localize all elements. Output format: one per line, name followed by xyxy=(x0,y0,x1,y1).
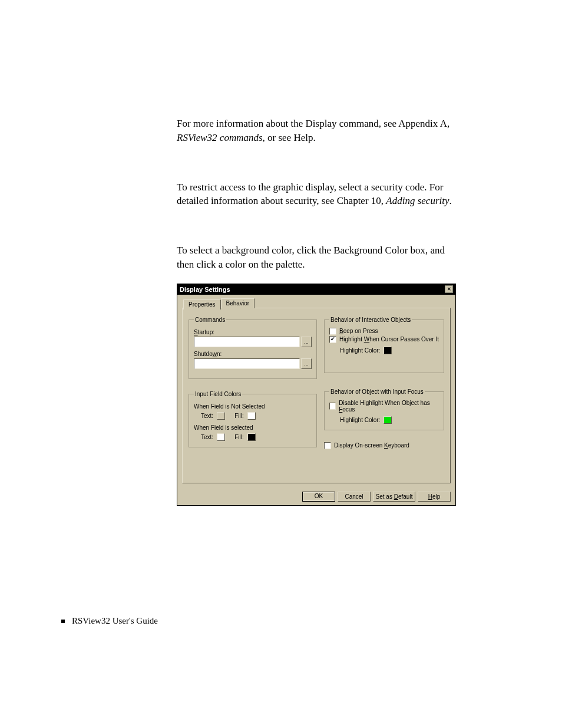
ns-fill-swatch[interactable] xyxy=(247,412,256,420)
ok-button[interactable]: OK xyxy=(302,492,335,502)
page-footer: RSView32 User's Guide xyxy=(61,616,158,626)
selected-label: When Field is selected xyxy=(194,424,312,431)
focus-highlight-swatch[interactable] xyxy=(384,416,392,424)
tab-behavior[interactable]: Behavior xyxy=(221,298,254,308)
highlight-hover-checkbox[interactable]: ✔ xyxy=(329,336,336,343)
highlight-hover-label: Highlight When Cursor Passes Over It xyxy=(339,336,439,342)
input-field-colors-group: Input Field Colors When Field is Not Sel… xyxy=(189,391,317,447)
fill-label-2: Fill: xyxy=(234,434,244,440)
input-colors-legend: Input Field Colors xyxy=(194,391,242,397)
beep-label: Beep on Press xyxy=(339,328,378,334)
text-label-2: Text: xyxy=(201,434,213,440)
disable-highlight-label: Disable Highlight When Object has Focus xyxy=(339,400,439,413)
bullet-icon xyxy=(61,620,65,623)
close-icon: ✕ xyxy=(447,286,451,292)
display-settings-dialog: Display Settings ✕ Properties Behavior C… xyxy=(177,284,456,506)
interactive-highlight-swatch[interactable] xyxy=(384,347,392,354)
close-button[interactable]: ✕ xyxy=(445,285,453,293)
fill-label: Fill: xyxy=(234,413,244,419)
set-as-default-button[interactable]: Set as Default xyxy=(373,492,415,502)
footer-text: RSView32 User's Guide xyxy=(72,616,158,626)
s-text-swatch[interactable] xyxy=(217,433,225,441)
disable-highlight-checkbox[interactable] xyxy=(329,403,336,410)
shutdown-label: Shutdown: xyxy=(194,351,312,357)
highlight-color-label: Highlight Color: xyxy=(340,347,380,354)
help-button[interactable]: Help xyxy=(418,492,451,502)
paragraph-background-color: To select a background color, click the … xyxy=(177,243,459,272)
input-focus-group: Behavior of Object with Input Focus Disa… xyxy=(324,388,444,430)
focus-highlight-color-label: Highlight Color: xyxy=(340,417,380,423)
focus-legend: Behavior of Object with Input Focus xyxy=(329,388,425,395)
ns-text-swatch[interactable] xyxy=(217,412,225,420)
s-fill-swatch[interactable] xyxy=(247,433,256,441)
not-selected-label: When Field is Not Selected xyxy=(194,403,312,410)
text-label: Text: xyxy=(201,413,213,419)
dialog-titlebar: Display Settings ✕ xyxy=(177,284,455,295)
onscreen-keyboard-checkbox[interactable] xyxy=(324,442,331,449)
shutdown-browse-button[interactable]: ... xyxy=(301,358,312,369)
interactive-objects-group: Behavior of Interactive Objects Beep on … xyxy=(324,317,444,373)
startup-browse-button[interactable]: ... xyxy=(301,337,312,347)
startup-label: Startup: xyxy=(194,329,312,335)
shutdown-input[interactable] xyxy=(194,358,300,369)
dialog-title: Display Settings xyxy=(180,286,230,293)
startup-input[interactable] xyxy=(194,337,300,347)
cancel-button[interactable]: Cancel xyxy=(338,492,371,502)
beep-checkbox[interactable] xyxy=(329,328,336,335)
commands-legend: Commands xyxy=(194,317,226,323)
interactive-legend: Behavior of Interactive Objects xyxy=(329,317,412,323)
onscreen-keyboard-label: Display On-screen Keyboard xyxy=(334,442,409,449)
paragraph-display-command: For more information about the Display c… xyxy=(177,117,459,145)
tab-properties[interactable]: Properties xyxy=(183,299,221,309)
commands-group: Commands Startup: ... Shutdown: ... xyxy=(189,317,317,379)
paragraph-security: To restrict access to the graphic displa… xyxy=(177,180,459,209)
